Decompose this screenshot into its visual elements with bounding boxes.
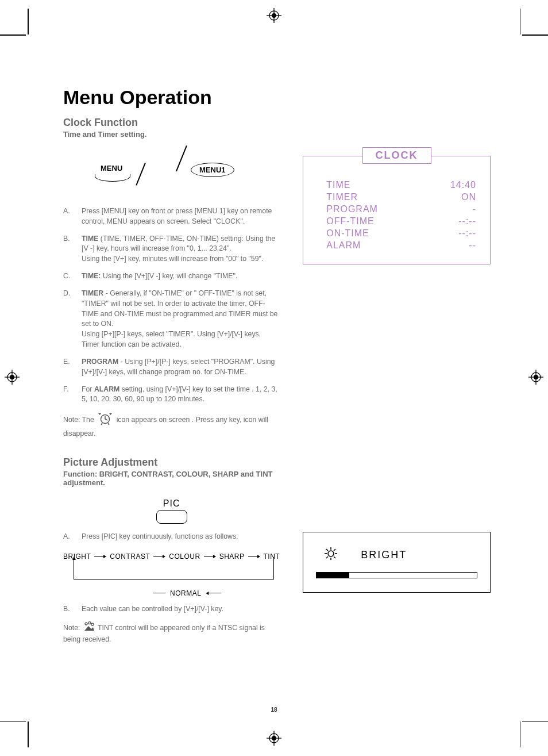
list-item: C. TIME: Using the [V+][V -] key, will c… [63, 271, 280, 282]
svg-point-24 [328, 551, 334, 557]
clock-osd-panel: CLOCK TIME 14:40 TIMER ON PROGRAM - OFF-… [303, 156, 491, 264]
step-text: Press [PIC] key continuously, functions … [82, 532, 238, 542]
crop-mark [28, 9, 29, 34]
step-marker: B. [63, 234, 76, 264]
registration-mark-icon [528, 370, 543, 387]
osd-value: --:-- [458, 216, 476, 227]
tint-icon [83, 621, 95, 635]
osd-label: ON-TIME [326, 228, 369, 239]
osd-label: ALARM [326, 240, 361, 251]
osd-value: ON [461, 192, 476, 202]
picture-subhead: Function: BRIGHT, CONTRAST, COLOUR, SHAR… [63, 470, 280, 487]
osd-row: OFF-TIME --:-- [326, 216, 476, 227]
registration-mark-icon [5, 370, 20, 387]
list-item: B. TIME (TIME, TIMER, OFF-TIME, ON-TIME)… [63, 234, 280, 264]
picture-heading: Picture Adjustment [63, 456, 280, 469]
osd-row: TIME 14:40 [326, 180, 476, 190]
osd-label: OFF-TIME [326, 216, 375, 227]
brightness-sun-icon [324, 547, 338, 563]
clock-note: Note: The icon appears on screen . Press… [63, 412, 280, 439]
osd-value: --:-- [458, 228, 476, 239]
step-text: PROGRAM - Using [P+]/[P-] keys, select "… [82, 357, 280, 378]
svg-point-22 [88, 621, 91, 624]
menu-label: MENU [101, 164, 122, 172]
svg-point-21 [85, 623, 87, 625]
list-item: D. TIMER - Generally, if "ON-TIME" or " … [63, 289, 280, 350]
osd-value: 14:40 [450, 180, 476, 190]
clock-osd-title: CLOCK [362, 147, 431, 164]
pic-button-icon [156, 510, 187, 524]
step-text: TIME: Using the [V+][V -] key, will chan… [82, 271, 237, 282]
svg-line-31 [326, 557, 328, 558]
osd-row: ON-TIME --:-- [326, 228, 476, 239]
pic-flow-diagram: BRIGHT CONTRAST COLOUR SHARP TINT NORMAL [63, 552, 280, 593]
pic-note: Note: TINT control will be appeared only… [63, 621, 280, 646]
osd-label: PROGRAM [326, 204, 378, 214]
crop-mark [520, 722, 521, 747]
manual-page: Menu Operation Clock Function Time and T… [0, 0, 548, 756]
note-prefix: Note: [63, 624, 80, 632]
step-marker: D. [63, 289, 76, 350]
osd-value: - [473, 204, 476, 214]
step-marker: A. [63, 206, 76, 227]
left-column: MENU MENU1 A. Press [MENU] key on front … [63, 150, 280, 645]
bright-osd-panel: BRIGHT [303, 532, 491, 593]
pic-step-list: A. Press [PIC] key continuously, functio… [63, 532, 280, 542]
registration-mark-icon [267, 731, 281, 748]
svg-line-20 [108, 423, 109, 425]
menu1-button-icon: MENU1 [191, 163, 234, 177]
clock-heading: Clock Function [63, 117, 491, 129]
crop-mark [0, 34, 26, 36]
arrow-left-icon [206, 592, 221, 595]
alarm-clock-icon [97, 412, 113, 429]
registration-mark-icon [267, 8, 281, 25]
list-item: B. Each value can be controlled by [V+]/… [63, 604, 280, 615]
clock-step-list: A. Press [MENU] key on front or press [M… [63, 206, 280, 405]
osd-value: -- [469, 240, 476, 251]
svg-point-23 [91, 623, 94, 625]
step-text: TIMER - Generally, if "ON-TIME" or " OFF… [82, 289, 280, 350]
menu-button-icon [95, 174, 130, 182]
flow-normal-label: NORMAL [170, 589, 201, 597]
step-marker: A. [63, 532, 76, 542]
note-prefix: Note: The [63, 416, 94, 424]
list-item: A. Press [MENU] key on front or press [M… [63, 206, 280, 227]
page-number: 18 [271, 707, 277, 713]
list-item: A. Press [PIC] key continuously, functio… [63, 532, 280, 542]
svg-line-18 [105, 419, 107, 420]
bright-osd-label: BRIGHT [361, 549, 407, 561]
flow-loop-line [74, 557, 274, 580]
step-text: Each value can be controlled by [V+]/[V-… [82, 604, 223, 615]
step-text: For ALARM setting, using [V+]/[V-] key t… [82, 385, 280, 405]
separator-line [176, 145, 187, 171]
brightness-slider [316, 572, 477, 578]
svg-line-19 [101, 423, 102, 425]
menu-button-illustration: MENU MENU1 [92, 150, 280, 196]
clock-subhead: Time and Timer setting. [63, 130, 491, 139]
right-column: CLOCK TIME 14:40 TIMER ON PROGRAM - OFF-… [303, 150, 491, 593]
step-marker: E. [63, 357, 76, 378]
osd-row: PROGRAM - [326, 204, 476, 214]
step-marker: B. [63, 604, 76, 615]
step-marker: C. [63, 271, 76, 282]
pic-button-illustration: PIC [63, 498, 280, 524]
step-text: Press [MENU] key on front or press [MENU… [82, 206, 280, 227]
list-item: F. For ALARM setting, using [V+]/[V-] ke… [63, 385, 280, 405]
pic-label: PIC [63, 498, 280, 509]
svg-line-29 [326, 549, 328, 551]
pic-step-list-2: B. Each value can be controlled by [V+]/… [63, 604, 280, 615]
svg-line-32 [334, 549, 335, 551]
separator-line [136, 163, 145, 186]
crop-mark [520, 9, 521, 34]
step-text: TIME (TIME, TIMER, OFF-TIME, ON-TIME) se… [82, 234, 280, 264]
osd-row: ALARM -- [326, 240, 476, 251]
crop-mark [522, 34, 548, 36]
page-title: Menu Operation [63, 86, 491, 109]
osd-label: TIME [326, 180, 350, 190]
osd-label: TIMER [326, 192, 358, 202]
osd-row: TIMER ON [326, 192, 476, 202]
flow-normal-node: NORMAL [148, 589, 226, 597]
step-marker: F. [63, 385, 76, 405]
crop-mark [28, 722, 29, 747]
list-item: E. PROGRAM - Using [P+]/[P-] keys, selec… [63, 357, 280, 378]
